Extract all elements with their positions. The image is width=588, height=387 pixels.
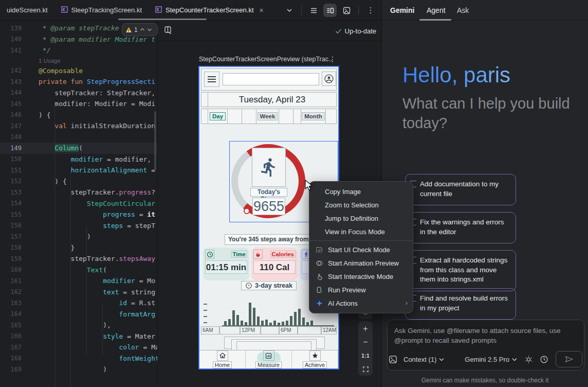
editor-scrollbar[interactable] [154,111,156,170]
chart-bar [228,319,231,325]
menu-item-start-animation-preview[interactable]: Start Animation Preview [309,256,413,270]
code-text: modifier: Modifier = Modi [30,100,155,108]
metric-card-calories[interactable]: Calories110 Cal [251,248,298,280]
steps-value: 9655 [252,198,285,215]
menu-item-run-preview[interactable]: Run Preview [309,283,413,296]
fit-to-screen-icon[interactable] [358,362,373,376]
preview-kebab-icon[interactable]: ⋮ [329,55,336,63]
metric-card-header: Time [205,250,247,259]
nav-item-achieve[interactable]: Achieve [292,350,338,368]
suggestion-text: Find and resolve build errors in my proj… [420,294,510,313]
suggestion-card-2[interactable]: Fix the warnings and errors in the edito… [405,212,516,243]
metric-card-time[interactable]: Time01:15 min [203,248,249,280]
suggestion-card-4[interactable]: Find and resolve build errors in my proj… [405,288,516,320]
code-editor[interactable]: 139 * @param stepTracke140 * @param modi… [0,21,158,387]
chart-bar [236,315,239,325]
search-input[interactable] [223,73,319,85]
nav-item-measure[interactable]: Measure [246,350,292,368]
send-button[interactable] [556,351,582,367]
line-number: 143 [0,78,30,85]
achieve-star-icon [309,350,321,361]
code-line: 158 } [0,242,157,254]
zoom-out-button[interactable]: − [358,336,373,349]
code-text: @Composable [30,67,83,75]
tab-ask[interactable]: Ask [457,6,469,14]
line-number: 148 [0,133,30,140]
next-chevron-icon[interactable] [147,27,152,32]
menu-item-zoom-to-selection[interactable]: Zoom to Selection [309,198,413,212]
code-text: id = R.st [30,299,155,307]
suggestion-text: Fix the warnings and errors in the edito… [420,218,510,237]
nav-item-home[interactable]: Home [199,350,246,368]
usage-hint[interactable]: 1 Usage [39,58,61,64]
code-line: 163 id = R.st [0,297,157,309]
zoom-in-button[interactable]: + [358,322,373,336]
zoom-controls: + − 1:1 [358,321,373,376]
streak-label: 3-day streak [255,282,292,289]
preview-only-view-icon[interactable] [340,4,353,17]
menu-item-start-interactive-mode[interactable]: Start Interactive Mode [309,270,413,283]
editor-tab-1[interactable]: uideScreen.kt [0,0,54,21]
chart-bar [241,321,243,325]
account-icon[interactable] [322,72,336,86]
settings-gear-icon[interactable] [524,355,533,364]
gemini-panel-title: Gemini [390,6,414,14]
menu-item-start-ui-check-mode[interactable]: Start UI Check Mode [309,243,413,256]
period-tab-row: Day Week Month [201,109,337,124]
inspection-widget[interactable]: 1 [122,23,158,36]
menu-item-view-in-focus-mode[interactable]: View in Focus Mode [309,225,413,238]
zoom-ratio-button[interactable]: 1:1 [358,349,373,362]
model-selector[interactable]: Gemini 2.5 Pro [465,356,517,363]
warning-count: 1 [134,26,138,33]
chevron-down-icon[interactable] [283,4,296,17]
code-text: ) [30,365,107,373]
tab-strip-scrollbar[interactable] [118,19,207,20]
code-line: 166 style = Mater [0,331,157,342]
close-icon[interactable]: × [260,6,264,14]
menu-item-jump-to-definition[interactable]: Jump to Definition [309,212,413,225]
history-clock-icon[interactable] [540,355,548,364]
x-tick-label: 12PM [240,326,261,335]
code-line: 147 val initialStreakDuration [0,120,157,132]
suggestion-card-1[interactable]: Add documentation to my current file [405,174,516,205]
code-line: 161 modifier = Mo [0,275,157,287]
split-editor-view-icon[interactable] [323,4,337,17]
warning-icon [125,27,132,33]
more-kebab-icon[interactable]: ⋮ [364,4,377,17]
menu-item-copy-image[interactable]: Copy Image [309,185,413,198]
date-label: Tuesday, April 23 [208,93,336,107]
code-line: 148 [0,132,157,143]
divider [301,6,302,15]
hamburger-menu-icon[interactable] [204,72,219,87]
ui-check-layout-icon[interactable] [164,26,172,36]
line-number: 160 [0,266,30,273]
tab-day[interactable]: Day [208,109,228,124]
line-number: 159 [0,255,30,262]
editor-tab-2[interactable]: SleepTrackingScreen.kt [54,0,149,21]
chart-bar [290,316,292,325]
chart-bar [282,322,284,325]
suggestion-text: Extract all hardcoded strings from this … [420,256,510,285]
attach-image-icon[interactable] [389,355,397,364]
progress-handle-dot [244,208,250,214]
menu-item-ai-actions[interactable]: AI Actions› [309,296,413,310]
line-number: 145 [0,100,30,108]
context-selector[interactable]: Context (1) [403,356,444,363]
prev-chevron-icon[interactable] [140,27,145,32]
x-tick-label: 6AM [201,326,219,335]
line-number: 153 [0,189,30,196]
kotlin-file-icon [61,6,68,14]
tab-agent[interactable]: Agent [427,6,446,14]
android-studio-window: uideScreen.ktSleepTrackingScreen.ktStepC… [0,0,588,387]
indent-guide [102,303,103,355]
tab-week[interactable]: Week [256,109,279,124]
editor-tab-3[interactable]: StepCounterTrackerScreen.kt× [149,0,270,21]
animation-icon [315,259,324,267]
editor-only-view-icon[interactable] [307,4,320,17]
metric-label: Calories [270,251,296,258]
chart-bar [298,309,301,325]
suggestion-card-3[interactable]: Extract all hardcoded strings from this … [405,250,516,291]
clock-icon [205,250,214,259]
tab-month[interactable]: Month [301,109,326,124]
active-tab-underline [419,19,451,21]
